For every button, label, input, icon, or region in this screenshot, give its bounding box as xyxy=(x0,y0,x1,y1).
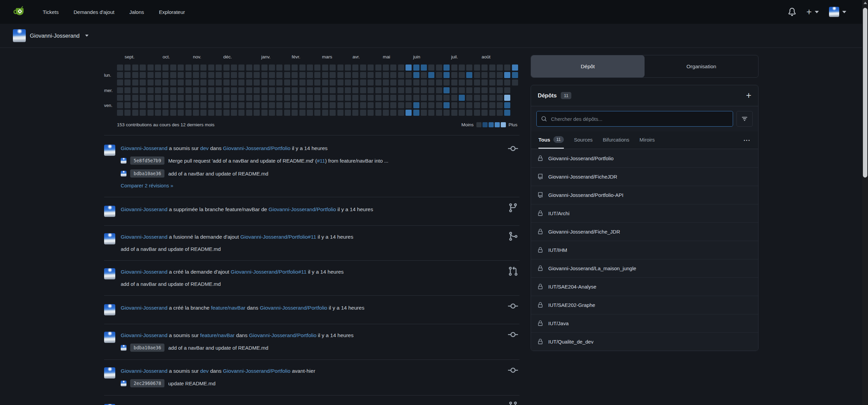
feed-link[interactable]: Giovanni-Josserand/Portfolio xyxy=(269,206,336,212)
repo-row[interactable]: Giovanni-Josserand/Fiche_JDR xyxy=(531,222,758,241)
repo-row[interactable]: Giovanni-Josserand/Portfolio-API xyxy=(531,186,758,204)
heatmap-cell xyxy=(216,102,222,108)
feed-link[interactable]: Giovanni-Josserand/Portfolio xyxy=(249,332,316,338)
repo-row[interactable]: Giovanni-Josserand/FicheJDR xyxy=(531,167,758,186)
feed-link[interactable]: Giovanni-Josserand xyxy=(121,332,167,338)
sidebar-tab-dépôt[interactable]: Dépôt xyxy=(531,55,645,77)
heatmap-cell xyxy=(132,95,138,101)
user-avatar[interactable] xyxy=(104,145,115,156)
repo-row[interactable]: IUT/SAE202-Graphe xyxy=(531,296,758,314)
chevron-down-icon[interactable] xyxy=(85,35,88,37)
repos-panel: Dépôts 11 + Tous11SourcesBifurcationsM xyxy=(531,85,758,351)
user-avatar[interactable] xyxy=(104,367,115,379)
nav-item-tickets[interactable]: Tickets xyxy=(43,9,59,15)
nav-item-explorateur[interactable]: Explorateur xyxy=(159,9,185,15)
nav-item-jalons[interactable]: Jalons xyxy=(129,9,144,15)
heatmap-cell xyxy=(443,65,450,71)
feed-link[interactable]: Giovanni-Josserand xyxy=(121,206,167,212)
user-avatar[interactable] xyxy=(104,206,115,217)
heatmap-cell xyxy=(216,110,222,116)
feed-link[interactable]: Giovanni-Josserand xyxy=(121,368,167,374)
feed-link[interactable]: Giovanni-Josserand/Portfolio xyxy=(223,368,291,374)
repos-count-badge: 11 xyxy=(561,92,572,99)
heatmap-cell xyxy=(170,95,176,101)
commit-sha-badge[interactable]: 2ec2960678 xyxy=(130,379,164,387)
add-repo-button[interactable]: + xyxy=(746,91,751,100)
user-avatar[interactable] xyxy=(104,332,115,343)
user-menu[interactable] xyxy=(829,7,846,17)
git-commit-icon xyxy=(508,365,518,375)
sidebar-tab-organisation[interactable]: Organisation xyxy=(645,55,758,77)
feed-link[interactable]: Giovanni-Josserand/Portfolio#11 xyxy=(231,269,307,275)
heatmap-cell xyxy=(299,87,305,93)
commit-sha-badge[interactable]: bdba10ae36 xyxy=(130,169,164,178)
feed-link[interactable]: #11 xyxy=(317,158,325,164)
repo-row[interactable]: IUT/SAE204-Analyse xyxy=(531,277,758,296)
scrollbar-thumb[interactable] xyxy=(863,8,867,178)
contributions-summary: 153 contributions au cours des 12 dernie… xyxy=(117,122,214,127)
more-filters-icon[interactable]: ••• xyxy=(744,138,751,142)
search-repos-input[interactable] xyxy=(536,111,733,127)
heatmap-cell xyxy=(322,65,328,71)
heatmap-cell xyxy=(246,72,252,78)
feed-link[interactable]: feature/navBar xyxy=(200,332,235,338)
heatmap-cell xyxy=(337,110,343,116)
repo-row[interactable]: IUT/IHM xyxy=(531,241,758,259)
heatmap-cell xyxy=(208,87,214,93)
feed-link[interactable]: dev xyxy=(200,368,209,374)
user-avatar[interactable] xyxy=(104,304,115,315)
heatmap-cell xyxy=(406,95,412,101)
feed-link[interactable]: Giovanni-Josserand xyxy=(121,234,167,240)
gitea-logo-icon[interactable] xyxy=(14,6,26,18)
feed-link[interactable]: Giovanni-Josserand xyxy=(121,269,167,275)
feed-link[interactable]: feature/navBar xyxy=(211,305,245,311)
heatmap-month-label: févr. xyxy=(292,54,300,59)
heatmap-cell xyxy=(368,72,374,78)
heatmap-cell xyxy=(193,95,199,101)
commit-sha-badge[interactable]: 5e8fd5e7b9 xyxy=(130,157,164,165)
filter-tab-bifurcations[interactable]: Bifurcations xyxy=(603,131,629,149)
heatmap-cell xyxy=(185,102,192,108)
feed-link[interactable]: dev xyxy=(200,145,209,151)
feed-text: il y a 14 heures xyxy=(316,332,353,338)
heatmap-cell xyxy=(406,72,412,78)
filter-tab-tous[interactable]: Tous11 xyxy=(538,131,564,149)
feed-link[interactable]: Giovanni-Josserand xyxy=(121,305,167,311)
user-avatar[interactable] xyxy=(104,268,115,279)
repo-row[interactable]: IUT/Java xyxy=(531,314,758,332)
heatmap-cell xyxy=(512,79,518,86)
feed-text: a créé la branche xyxy=(167,305,211,311)
heatmap-cell xyxy=(322,102,328,108)
heatmap-cell xyxy=(497,87,503,93)
feed-link[interactable]: Giovanni-Josserand/Portfolio xyxy=(223,145,291,151)
nav-item-demandes-d-ajout[interactable]: Demandes d'ajout xyxy=(74,9,114,15)
feed-link[interactable]: Giovanni-Josserand xyxy=(121,145,167,151)
feed-link[interactable]: Giovanni-Josserand/Portfolio xyxy=(260,305,327,311)
user-avatar[interactable] xyxy=(104,233,115,244)
heatmap-cell xyxy=(330,95,336,101)
filter-tab-miroirs[interactable]: Miroirs xyxy=(639,131,655,149)
filter-button[interactable] xyxy=(736,111,753,127)
heatmap-cell xyxy=(330,87,336,93)
feed-link[interactable]: Giovanni-Josserand/Portfolio#11 xyxy=(240,234,316,240)
commit-sha-badge[interactable]: bdba10ae36 xyxy=(130,344,164,352)
compare-revisions-link[interactable]: Comparer 2 révisions » xyxy=(121,183,173,188)
heatmap-day-label: lun. xyxy=(104,73,115,78)
profile-switcher[interactable]: Giovanni-Josserand xyxy=(30,33,80,39)
scrollbar-up-button[interactable] xyxy=(862,0,868,6)
legend-square xyxy=(476,122,481,127)
filter-tab-sources[interactable]: Sources xyxy=(574,131,593,149)
repo-row[interactable]: IUT/Archi xyxy=(531,204,758,222)
heatmap-cell xyxy=(231,95,237,101)
notifications-bell-icon[interactable] xyxy=(788,8,796,16)
heatmap-cell xyxy=(352,95,358,101)
create-new-menu[interactable]: + xyxy=(806,7,819,17)
scrollbar[interactable] xyxy=(862,0,868,405)
heatmap-cell xyxy=(185,95,192,101)
feed-text: dans xyxy=(209,145,223,151)
repos-search-row xyxy=(531,106,758,131)
heatmap-cell xyxy=(314,65,320,71)
repo-row[interactable]: IUT/Qualite_de_dev xyxy=(531,332,758,351)
repo-row[interactable]: Giovanni-Josserand/Portfolio xyxy=(531,149,758,167)
repo-row[interactable]: Giovanni-Josserand/La_maison_jungle xyxy=(531,259,758,277)
